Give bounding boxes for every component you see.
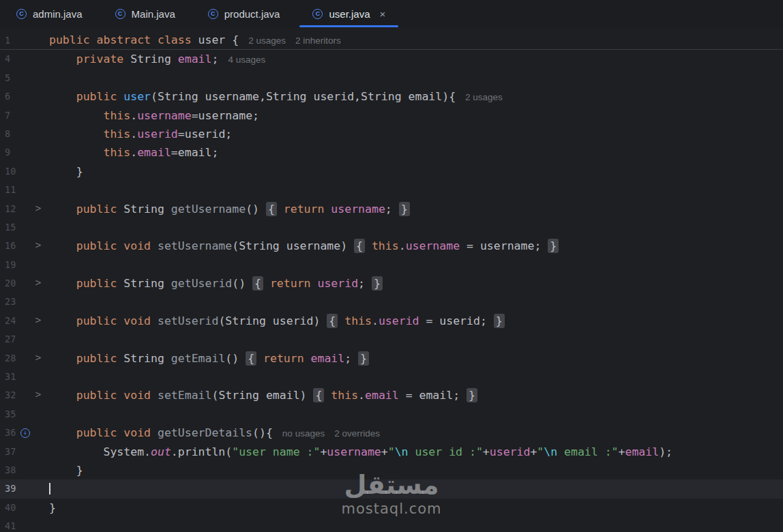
tab-bar: Cadmin.javaCMain.javaCproduct.javaCuser.…: [0, 0, 783, 27]
inlay-hint[interactable]: 2 usages: [465, 92, 503, 102]
code-line-11[interactable]: 11: [0, 181, 783, 199]
gutter: 9: [0, 143, 49, 162]
gutter: 37: [0, 443, 49, 461]
gutter: 6: [0, 87, 49, 106]
code-text: [49, 479, 783, 498]
code-line-41[interactable]: 41: [0, 517, 783, 532]
gutter: 32>: [0, 386, 49, 404]
fold-chevron-icon[interactable]: >: [35, 348, 42, 370]
code-line-9[interactable]: 9 this.email=email;: [0, 143, 783, 162]
overridden-method-gutter-icon[interactable]: ↓: [20, 428, 30, 438]
tab-product.java[interactable]: Cproduct.java: [192, 0, 297, 27]
tab-Main.java[interactable]: CMain.java: [99, 0, 192, 27]
code-line-20[interactable]: 20> public String getUserid() { return u…: [0, 274, 783, 293]
gutter-markers: >: [20, 349, 49, 368]
gutter-markers: >: [20, 237, 49, 255]
line-number: 24: [0, 312, 20, 330]
code-line-35[interactable]: 35: [0, 405, 783, 424]
gutter: 39: [0, 479, 49, 498]
code-text: this.username=username;: [49, 106, 783, 125]
code-text: }: [49, 461, 783, 479]
java-class-icon: C: [208, 9, 218, 19]
code-text: }: [49, 162, 783, 181]
code-text: public String getEmail() { return email;…: [49, 349, 783, 368]
line-number: 6: [0, 87, 20, 106]
gutter: 7: [0, 106, 49, 125]
line-number: 8: [0, 125, 20, 143]
gutter: 36↓: [0, 424, 49, 442]
gutter: 40: [0, 499, 49, 517]
code-text: public user(String username,String useri…: [49, 87, 783, 106]
fold-chevron-icon[interactable]: >: [35, 235, 42, 257]
close-tab-icon[interactable]: ×: [380, 8, 386, 20]
code-text: public String getUsername() { return use…: [49, 200, 783, 218]
line-number: 35: [0, 405, 20, 424]
gutter-markers: >: [20, 386, 49, 404]
line-number: 41: [0, 517, 20, 532]
tab-label: product.java: [224, 8, 280, 20]
line-number: 12: [0, 200, 20, 218]
code-line-23[interactable]: 23: [0, 293, 783, 311]
inlay-hint[interactable]: no usages: [282, 428, 325, 439]
code-line-5[interactable]: 5: [0, 69, 783, 87]
line-number: 37: [0, 443, 20, 461]
code-text: this.userid=userid;: [49, 125, 783, 143]
code-text: public String getUserid() { return useri…: [49, 274, 783, 293]
line-number: 10: [0, 162, 20, 181]
gutter: 38: [0, 461, 49, 479]
fold-chevron-icon[interactable]: >: [35, 198, 42, 220]
code-line-31[interactable]: 31: [0, 368, 783, 386]
gutter: 35: [0, 405, 49, 424]
code-line-24[interactable]: 24> public void setUserid(String userid)…: [0, 312, 783, 330]
code-line-10[interactable]: 10 }: [0, 162, 783, 181]
inlay-hint[interactable]: 2 overrides: [334, 428, 380, 439]
fold-chevron-icon[interactable]: >: [35, 385, 42, 407]
code-line-27[interactable]: 27: [0, 330, 783, 349]
code-line-19[interactable]: 19: [0, 256, 783, 274]
fold-chevron-icon[interactable]: >: [35, 273, 42, 295]
code-line-37[interactable]: 37 System.out.println("user name :"+user…: [0, 443, 783, 461]
inlay-hint[interactable]: 2 inheritors: [295, 35, 341, 46]
code-line-28[interactable]: 28> public String getEmail() { return em…: [0, 349, 783, 368]
tab-label: user.java: [329, 8, 370, 20]
code-text: public void setUsername(String username)…: [49, 237, 783, 255]
gutter-markers: >: [20, 200, 49, 218]
gutter: 31: [0, 368, 49, 386]
line-number: 28: [0, 349, 20, 368]
code-line-4[interactable]: 4 private String email;4 usages: [0, 50, 783, 68]
java-class-icon: C: [115, 9, 125, 19]
line-number: 40: [0, 499, 20, 517]
gutter: 12>: [0, 200, 49, 218]
code-line-1[interactable]: 1public abstract class user {2 usages2 i…: [0, 31, 783, 50]
code-line-8[interactable]: 8 this.userid=userid;: [0, 125, 783, 143]
gutter: 19: [0, 256, 49, 274]
code-line-32[interactable]: 32> public void setEmail(String email) {…: [0, 386, 783, 404]
line-number: 1: [0, 31, 20, 50]
code-line-38[interactable]: 38 }: [0, 461, 783, 479]
gutter: 10: [0, 162, 49, 181]
code-line-15[interactable]: 15: [0, 218, 783, 237]
code-editor[interactable]: 1public abstract class user {2 usages2 i…: [0, 27, 783, 532]
code-area: 1public abstract class user {2 usages2 i…: [0, 31, 783, 532]
gutter: 4: [0, 50, 49, 68]
fold-chevron-icon[interactable]: >: [35, 310, 42, 332]
code-text: public void setUserid(String userid) { t…: [49, 312, 783, 330]
gutter: 1: [0, 31, 49, 49]
line-number: 7: [0, 106, 20, 125]
inlay-hint[interactable]: 4 usages: [228, 55, 265, 65]
code-text: private String email;4 usages: [49, 50, 783, 69]
tab-admin.java[interactable]: Cadmin.java: [0, 0, 99, 27]
code-line-6[interactable]: 6 public user(String username,String use…: [0, 87, 783, 106]
code-line-36[interactable]: 36↓ public void getUserDetails(){no usag…: [0, 424, 783, 442]
code-line-12[interactable]: 12> public String getUsername() { return…: [0, 200, 783, 218]
code-line-7[interactable]: 7 this.username=username;: [0, 106, 783, 125]
code-line-40[interactable]: 40}: [0, 499, 783, 517]
code-line-16[interactable]: 16> public void setUsername(String usern…: [0, 237, 783, 255]
line-number: 19: [0, 256, 20, 274]
tab-user.java[interactable]: Cuser.java×: [296, 0, 402, 27]
code-text: this.email=email;: [49, 143, 783, 162]
inlay-hint[interactable]: 2 usages: [248, 35, 286, 46]
gutter: 41: [0, 517, 49, 532]
code-line-39[interactable]: 39: [0, 479, 783, 498]
java-class-icon: C: [312, 9, 323, 19]
